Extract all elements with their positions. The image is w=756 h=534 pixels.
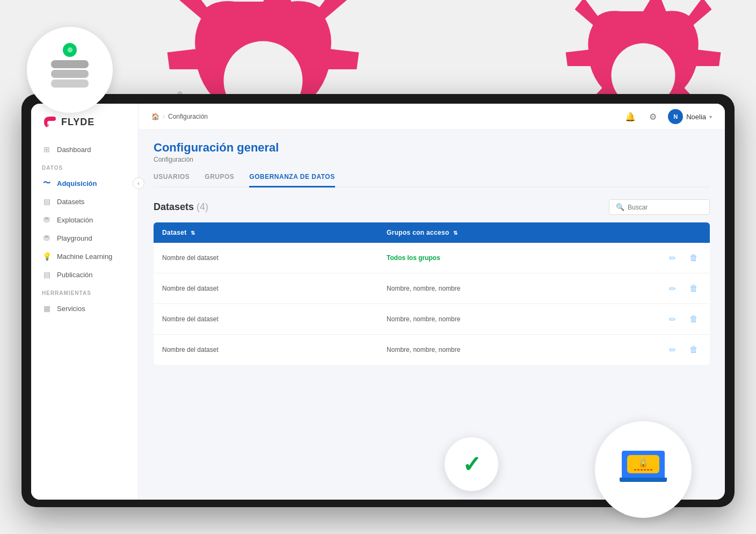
table-row: Nombre del dataset Nombre, nombre, nombr… xyxy=(154,273,710,304)
user-avatar: N xyxy=(668,109,683,124)
breadcrumb-separator: › xyxy=(163,113,165,120)
grid-icon: ⊞ xyxy=(42,145,52,154)
sidebar-section-herramientas: HERRAMIENTAS xyxy=(31,284,138,299)
dataset-name-cell: Nombre del dataset xyxy=(154,273,378,304)
sidebar-item-servicios[interactable]: ▦ Servicios xyxy=(31,299,138,317)
topbar-actions: 🔔 ⚙ N Noelia ▾ xyxy=(623,109,712,124)
settings-button[interactable]: ⚙ xyxy=(645,109,660,124)
breadcrumb-home-icon[interactable]: 🏠 xyxy=(151,113,159,120)
delete-button[interactable]: 🗑 xyxy=(686,312,701,327)
sort-icon-dataset: ⇅ xyxy=(191,230,195,236)
datasets-count: (4) xyxy=(197,201,208,212)
table-row: Nombre del dataset Nombre, nombre, nombr… xyxy=(154,335,710,365)
actions-cell: ✏ 🗑 xyxy=(656,335,710,365)
page-subtitle: Configuración xyxy=(154,156,710,163)
actions-cell: ✏ 🗑 xyxy=(656,304,710,335)
table-body: Nombre del dataset Todos los grupos ✏ 🗑 xyxy=(154,243,710,365)
topbar: 🏠 › Configuración 🔔 ⚙ N Noelia ▾ xyxy=(139,104,725,130)
sidebar-item-adquisicion[interactable]: 〜 Adquisición ‹ xyxy=(31,174,138,192)
delete-button[interactable]: 🗑 xyxy=(686,250,701,265)
search-icon: 🔍 xyxy=(616,203,624,211)
table-header: Dataset ⇅ Grupos con acceso ⇅ xyxy=(154,222,710,243)
delete-button[interactable]: 🗑 xyxy=(686,342,701,357)
user-name: Noelia xyxy=(686,113,706,121)
logo-text: FLYDE xyxy=(61,117,95,128)
sidebar-item-dashboard[interactable]: ⊞ Dashboard xyxy=(31,140,138,158)
search-input[interactable] xyxy=(628,204,703,211)
delete-button[interactable]: 🗑 xyxy=(686,281,701,296)
tab-gobernanza[interactable]: GOBERNANZA DE DATOS xyxy=(249,173,335,187)
search-box[interactable]: 🔍 xyxy=(609,199,710,215)
sidebar-item-explotacion[interactable]: ⛃ Explotación xyxy=(31,211,138,229)
dataset-name-cell: Nombre del dataset xyxy=(154,304,378,335)
svg-point-4 xyxy=(46,124,49,127)
db-circle-decoration: ⊕ xyxy=(27,27,113,113)
actions-cell: ✏ 🗑 xyxy=(656,273,710,304)
row-actions: ✏ 🗑 xyxy=(665,342,701,357)
datasets-table: Dataset ⇅ Grupos con acceso ⇅ xyxy=(154,222,710,365)
page-title: Configuración general xyxy=(154,141,710,155)
logo-icon xyxy=(42,114,57,129)
user-caret-icon: ▾ xyxy=(709,114,712,120)
sidebar-item-playground[interactable]: ⛃ Playground xyxy=(31,229,138,247)
activity-icon: 〜 xyxy=(42,178,52,188)
logo-area: FLYDE xyxy=(31,114,138,140)
lock-circle-decoration: 🔒 xyxy=(595,421,692,518)
grupos-cell: Nombre, nombre, nombre xyxy=(378,335,656,365)
tab-usuarios[interactable]: USUARIOS xyxy=(154,173,190,187)
sidebar-item-machine-learning[interactable]: 💡 Machine Learning xyxy=(31,247,138,265)
row-actions: ✏ 🗑 xyxy=(665,250,701,265)
checkmark-circle-decoration: ✓ xyxy=(445,437,498,491)
barchart-icon: ▦ xyxy=(42,304,52,313)
edit-button[interactable]: ✏ xyxy=(665,312,680,327)
row-actions: ✏ 🗑 xyxy=(665,281,701,296)
breadcrumb: 🏠 › Configuración xyxy=(151,113,208,120)
sort-icon-grupos: ⇅ xyxy=(453,230,457,236)
row-actions: ✏ 🗑 xyxy=(665,312,701,327)
grupos-cell: Nombre, nombre, nombre xyxy=(378,273,656,304)
sidebar-item-datasets[interactable]: ▤ Datasets xyxy=(31,192,138,211)
table-row: Nombre del dataset Nombre, nombre, nombr… xyxy=(154,304,710,335)
edit-button[interactable]: ✏ xyxy=(665,281,680,296)
grupos-cell: Todos los grupos xyxy=(378,243,656,273)
datasets-title: Datasets (4) xyxy=(154,201,208,213)
tabs-container: USUARIOS GRUPOS GOBERNANZA DE DATOS xyxy=(154,173,710,187)
pub-icon: ▤ xyxy=(42,270,52,279)
tab-grupos[interactable]: GRUPOS xyxy=(205,173,234,187)
database-icon: ▤ xyxy=(42,197,52,206)
col-actions xyxy=(656,222,710,243)
breadcrumb-current: Configuración xyxy=(168,113,208,120)
bulb-icon: 💡 xyxy=(42,251,52,261)
datasets-header: Datasets (4) 🔍 xyxy=(154,199,710,215)
layers-icon: ⛃ xyxy=(42,215,52,225)
collapse-button[interactable]: ‹ xyxy=(133,177,144,189)
sidebar-section-datos: DATOS xyxy=(31,158,138,174)
grupos-cell: Nombre, nombre, nombre xyxy=(378,304,656,335)
sidebar: FLYDE ⊞ Dashboard DATOS 〜 Adquisición ‹ … xyxy=(31,104,139,500)
user-chip[interactable]: N Noelia ▾ xyxy=(668,109,712,124)
col-dataset[interactable]: Dataset ⇅ xyxy=(154,222,378,243)
edit-button[interactable]: ✏ xyxy=(665,342,680,357)
col-grupos[interactable]: Grupos con acceso ⇅ xyxy=(378,222,656,243)
actions-cell: ✏ 🗑 xyxy=(656,243,710,273)
layers2-icon: ⛃ xyxy=(42,233,52,243)
edit-button[interactable]: ✏ xyxy=(665,250,680,265)
notification-button[interactable]: 🔔 xyxy=(623,109,638,124)
table-row: Nombre del dataset Todos los grupos ✏ 🗑 xyxy=(154,243,710,273)
sidebar-item-publicacion[interactable]: ▤ Publicación xyxy=(31,265,138,284)
dataset-name-cell: Nombre del dataset xyxy=(154,243,378,273)
dataset-name-cell: Nombre del dataset xyxy=(154,335,378,365)
